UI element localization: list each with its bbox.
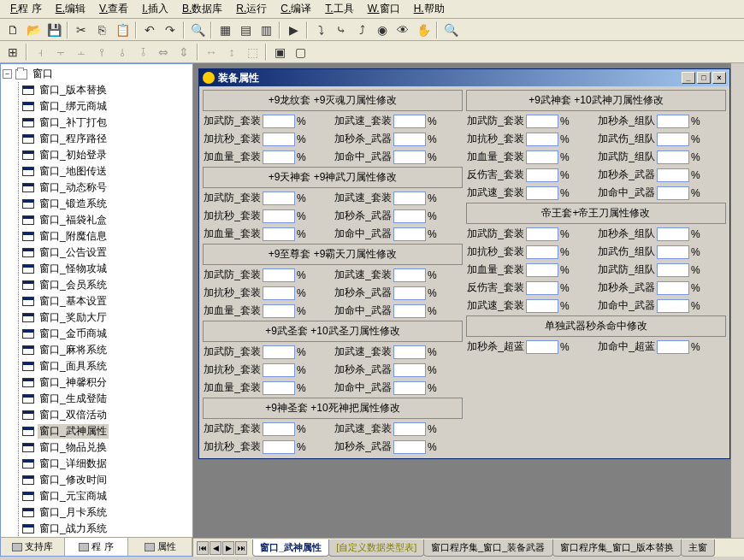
tab-next-icon[interactable]: ▶ — [222, 541, 234, 555]
tree-item[interactable]: 窗口_麻将系统 — [22, 342, 191, 358]
value-input[interactable] — [526, 115, 558, 128]
tree-item[interactable]: 窗口_会员系统 — [22, 277, 191, 293]
back-icon[interactable]: ▢ — [291, 43, 310, 62]
value-input[interactable] — [393, 363, 426, 377]
align-left-icon[interactable]: ⫞ — [31, 43, 50, 62]
menu-window[interactable]: W.窗口 — [361, 0, 407, 18]
value-input[interactable] — [263, 192, 295, 205]
value-input[interactable] — [526, 299, 558, 313]
value-input[interactable] — [263, 227, 295, 241]
value-input[interactable] — [393, 209, 426, 223]
tree-item[interactable]: 窗口_元宝商城 — [22, 488, 191, 504]
vertical-scrollbar[interactable] — [730, 63, 744, 538]
stop-icon[interactable]: ✋ — [414, 21, 433, 39]
step-out-icon[interactable]: ⤴ — [352, 21, 371, 39]
tree-item[interactable]: 窗口_地图传送 — [22, 163, 191, 180]
tree-item[interactable]: 窗口_初始登录 — [22, 147, 191, 163]
tree-item[interactable]: 窗口_基本设置 — [22, 293, 191, 309]
value-input[interactable] — [526, 133, 558, 146]
value-input[interactable] — [393, 227, 426, 241]
tree-item[interactable]: 窗口_绑元商城 — [22, 98, 191, 115]
value-input[interactable] — [657, 281, 689, 295]
editor-tab[interactable]: 主窗 — [681, 539, 715, 557]
close-button[interactable]: × — [712, 72, 726, 84]
dist-v-icon[interactable]: ⇕ — [174, 43, 193, 62]
tree-item[interactable]: 窗口_动态称号 — [22, 180, 191, 196]
tree-item[interactable]: 窗口_金币商城 — [22, 326, 191, 342]
front-icon[interactable]: ▣ — [270, 43, 289, 62]
menu-view[interactable]: V.查看 — [92, 0, 135, 18]
value-input[interactable] — [526, 340, 558, 354]
tree-item[interactable]: 窗口_月卡系统 — [22, 504, 191, 521]
value-input[interactable] — [393, 286, 426, 300]
value-input[interactable] — [263, 345, 295, 359]
step-into-icon[interactable]: ⤷ — [332, 21, 351, 39]
value-input[interactable] — [263, 440, 295, 454]
tree-item[interactable]: 窗口_物品兑换 — [22, 439, 191, 456]
value-input[interactable] — [393, 192, 426, 205]
run-icon[interactable]: ▶ — [284, 21, 303, 39]
grid-icon[interactable]: ⊞ — [3, 43, 22, 62]
form-designer[interactable]: 装备属性 _ □ × +9龙纹套 +9灭魂刀属性修改加武防_套装%加武速_套装%… — [198, 68, 730, 459]
value-input[interactable] — [526, 150, 558, 164]
align-bottom-icon[interactable]: ⫱ — [133, 43, 152, 62]
value-input[interactable] — [393, 440, 426, 454]
tab-properties[interactable]: 属性 — [128, 538, 192, 556]
value-input[interactable] — [263, 150, 295, 164]
value-input[interactable] — [393, 381, 426, 395]
value-input[interactable] — [657, 227, 689, 241]
editor-tab[interactable]: 窗口程序集_窗口_版本替换 — [552, 539, 682, 557]
menu-tools[interactable]: T.工具 — [318, 0, 360, 18]
tree-item[interactable]: 窗口_版本替换 — [22, 82, 191, 98]
value-input[interactable] — [263, 115, 295, 128]
help-icon[interactable]: 🔍 — [441, 21, 460, 39]
tree-item[interactable]: 窗口_面具系统 — [22, 358, 191, 374]
editor-tab[interactable]: 窗口程序集_窗口_装备武器 — [423, 539, 552, 557]
paste-icon[interactable]: 📋 — [113, 21, 132, 39]
tree-item[interactable]: 窗口_福袋礼盒 — [22, 212, 191, 228]
editor-tab[interactable]: [自定义数据类型表] — [328, 539, 424, 557]
value-input[interactable] — [263, 422, 295, 436]
menu-insert[interactable]: I.插入 — [135, 0, 175, 18]
tree-item[interactable]: 窗口_修改时间 — [22, 472, 191, 488]
tree-item[interactable]: 窗口_附魔信息 — [22, 228, 191, 245]
value-input[interactable] — [657, 186, 689, 200]
step-over-icon[interactable]: ⤵ — [311, 21, 330, 39]
tab-first-icon[interactable]: ⏮ — [197, 541, 209, 555]
tree-item[interactable]: 窗口_程序路径 — [22, 131, 191, 147]
value-input[interactable] — [526, 281, 558, 295]
tree-item[interactable]: 窗口_战力系统 — [22, 521, 191, 537]
menu-run[interactable]: R.运行 — [229, 0, 274, 18]
menu-edit[interactable]: E.编辑 — [49, 0, 92, 18]
tree-item[interactable]: 窗口_生成登陆 — [22, 391, 191, 407]
maximize-button[interactable]: □ — [697, 72, 711, 84]
tree-item[interactable]: 窗口_补丁打包 — [22, 115, 191, 131]
redo-icon[interactable]: ↷ — [161, 21, 180, 39]
align-top-icon[interactable]: ⫯ — [92, 43, 111, 62]
tree-item[interactable]: 窗口_锻造系统 — [22, 196, 191, 212]
same-width-icon[interactable]: ↔ — [202, 43, 221, 62]
copy-icon[interactable]: ⎘ — [92, 21, 111, 39]
value-input[interactable] — [263, 209, 295, 223]
tab-last-icon[interactable]: ⏭ — [235, 541, 247, 555]
open-icon[interactable]: 📂 — [24, 21, 43, 39]
value-input[interactable] — [263, 304, 295, 318]
layout3-icon[interactable]: ▥ — [257, 21, 275, 39]
value-input[interactable] — [657, 263, 689, 277]
same-height-icon[interactable]: ↕ — [222, 43, 241, 62]
value-input[interactable] — [526, 263, 558, 277]
value-input[interactable] — [657, 168, 689, 182]
value-input[interactable] — [393, 422, 426, 436]
tree-root[interactable]: − 窗口 — [3, 66, 191, 82]
project-tree[interactable]: − 窗口 窗口_版本替换窗口_绑元商城窗口_补丁打包窗口_程序路径窗口_初始登录… — [1, 64, 192, 537]
layout1-icon[interactable]: ▦ — [216, 21, 234, 39]
tree-item[interactable]: 窗口_怪物攻城 — [22, 261, 191, 277]
tree-item[interactable]: 窗口_奖励大厅 — [22, 309, 191, 326]
find-icon[interactable]: 🔍 — [188, 21, 207, 39]
value-input[interactable] — [393, 304, 426, 318]
tab-program[interactable]: 程 序 — [65, 538, 129, 556]
value-input[interactable] — [393, 150, 426, 164]
value-input[interactable] — [526, 245, 558, 259]
menu-database[interactable]: B.数据库 — [175, 0, 229, 18]
breakpoint-icon[interactable]: ◉ — [373, 21, 392, 39]
